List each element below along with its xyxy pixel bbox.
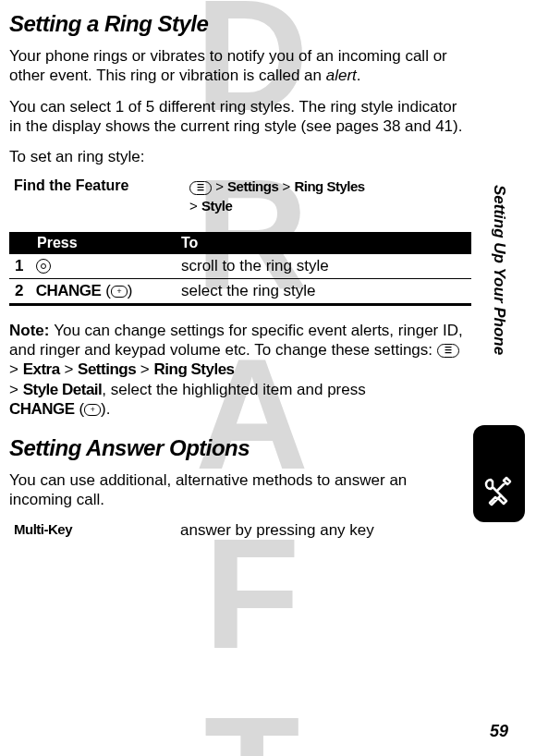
side-thumb-icon-block	[473, 425, 525, 522]
find-feature-block: Find the Feature ☰ > Settings > Ring Sty…	[9, 177, 471, 215]
softkey-label-change: CHANGE	[9, 400, 75, 418]
softkey-icon: +	[111, 286, 128, 298]
text: ).	[101, 400, 110, 418]
sep: >	[278, 178, 294, 194]
sep: >	[189, 198, 201, 213]
cell-to-2: select the ring style	[176, 278, 471, 304]
text: You can change settings for specific eve…	[9, 322, 463, 359]
menu-item-ring-styles: Ring Styles	[154, 360, 235, 378]
steps-table: Press To 1 scroll to the ring style 2 CH…	[9, 232, 471, 306]
cell-press-1: 1	[9, 254, 176, 279]
note-paragraph: Note: You can change settings for specif…	[9, 321, 471, 419]
menu-key-icon: ☰	[437, 344, 459, 358]
paragraph-toset: To set an ring style:	[9, 147, 471, 166]
paragraph-answer-intro: You can use additional, alternative meth…	[9, 470, 471, 510]
menu-item-style-detail: Style Detail	[23, 381, 103, 398]
paragraph-styles: You can select 1 of 5 different ring sty…	[9, 97, 471, 137]
col-to: To	[176, 232, 471, 254]
table-header-row: Press To	[9, 232, 471, 254]
find-feature-label: Find the Feature	[9, 177, 189, 194]
menu-item-extra: Extra	[23, 360, 60, 378]
menu-item-settings: Settings	[227, 178, 278, 194]
step-number: 2	[15, 282, 31, 300]
option-row-multikey: Multi-Key answer by pressing any key	[9, 521, 471, 540]
text: .	[357, 67, 361, 84]
heading-ring-style: Setting a Ring Style	[9, 11, 471, 37]
tools-icon	[482, 474, 516, 513]
sep: >	[212, 178, 227, 194]
cell-to-1: scroll to the ring style	[176, 254, 471, 279]
heading-answer-options: Setting Answer Options	[9, 435, 471, 461]
table-row: 1 scroll to the ring style	[9, 254, 471, 279]
option-label-multikey: Multi-Key	[9, 521, 180, 540]
menu-item-settings: Settings	[78, 360, 136, 378]
nav-ring-icon	[36, 259, 51, 274]
text: , select the highlighted item and press	[102, 381, 365, 398]
note-label: Note:	[9, 322, 54, 339]
menu-item-ring-styles: Ring Styles	[294, 178, 364, 194]
menu-item-style: Style	[201, 198, 232, 213]
page-number: 59	[490, 722, 508, 741]
menu-key-icon: ☰	[189, 181, 212, 195]
softkey-label-change: CHANGE	[36, 282, 102, 299]
table-row: 2 CHANGE (+) select the ring style	[9, 278, 471, 304]
text-italic: alert	[326, 67, 357, 84]
side-tab-label: Setting Up Your Phone	[490, 185, 508, 355]
softkey-icon: +	[84, 404, 101, 416]
page-content: Setting a Ring Style Your phone rings or…	[0, 0, 536, 540]
cell-press-2: 2 CHANGE (+)	[9, 278, 176, 304]
text: Your phone rings or vibrates to notify y…	[9, 47, 447, 84]
find-feature-path: ☰ > Settings > Ring Styles > Style	[189, 177, 365, 215]
paragraph-intro: Your phone rings or vibrates to notify y…	[9, 46, 471, 86]
col-press: Press	[9, 232, 176, 254]
option-desc-multikey: answer by pressing any key	[180, 521, 374, 540]
step-number: 1	[15, 257, 31, 275]
